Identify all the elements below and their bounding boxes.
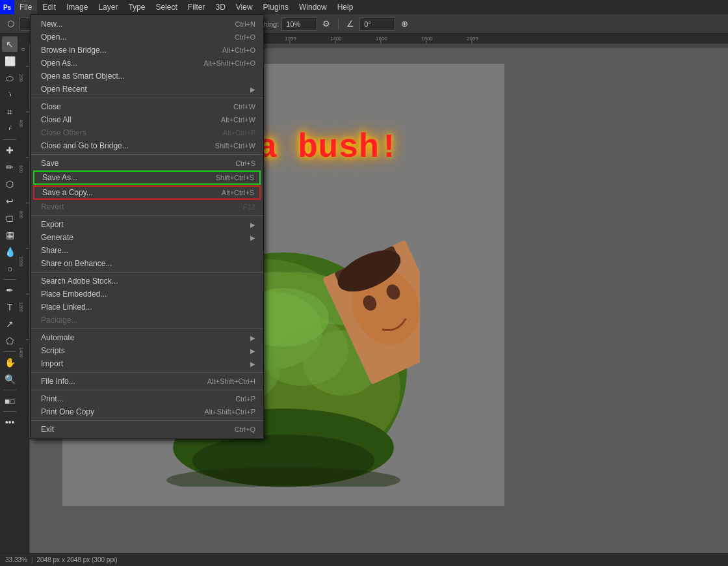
tool-healing[interactable]: ✚ [2,142,18,158]
svg-text:1000: 1000 [20,256,23,267]
angle-value[interactable]: 0° [359,18,395,31]
menu-item-close[interactable]: Close Ctrl+W [31,100,263,113]
menu-item-place-linked[interactable]: Place Linked... [31,301,263,314]
menu-sep-8 [31,420,263,421]
tool-foreground-bg[interactable]: ◼◻ [2,393,18,409]
zoom-level: 33.33% [5,556,27,563]
svg-text:1400: 1400 [20,347,23,358]
menu-item-open[interactable]: Open... Ctrl+O [31,31,263,44]
tool-history-brush[interactable]: ↩ [2,193,18,209]
menu-sep-3 [31,215,263,216]
ruler-corner [20,34,30,44]
svg-text:1400: 1400 [330,36,342,42]
tool-more[interactable]: ••• [2,414,18,430]
menu-sep-2 [31,154,263,155]
smoothing-settings-icon[interactable]: ⚙ [320,18,333,31]
svg-text:400: 400 [20,120,23,128]
menu-view[interactable]: View [231,0,258,14]
menu-item-generate[interactable]: Generate [31,231,263,244]
doc-info: 2048 px x 2048 px (300 ppi) [37,556,118,563]
tool-path-selection[interactable]: ↗ [2,316,18,332]
svg-text:2000: 2000 [467,36,478,42]
svg-text:200: 200 [20,74,23,82]
menu-item-browse-bridge[interactable]: Browse in Bridge... Alt+Ctrl+O [31,44,263,57]
menu-plugins[interactable]: Plugins [258,0,294,14]
tool-move[interactable]: ↖ [2,36,18,52]
menu-item-save[interactable]: Save Ctrl+S [31,157,263,170]
menu-item-open-recent[interactable]: Open Recent [31,83,263,96]
svg-text:800: 800 [20,211,23,219]
tool-crop[interactable]: ⌗ [2,104,18,120]
menu-type[interactable]: Type [123,0,150,14]
tool-blur[interactable]: 💧 [2,244,18,260]
tool-brush[interactable]: ✏ [2,159,18,175]
ps-logo: Ps [0,0,14,14]
menu-item-automate[interactable]: Automate [31,331,263,344]
menu-item-exit[interactable]: Exit Ctrl+Q [31,423,263,436]
status-bar: 33.33% | 2048 px x 2048 px (300 ppi) [0,553,728,566]
menu-item-place-embedded[interactable]: Place Embedded... [31,288,263,301]
pressure-size-icon[interactable]: ⊕ [398,18,411,31]
menu-bar: Ps File Edit Image Layer Type Select Fil… [0,0,728,14]
menu-sep-6 [31,372,263,373]
menu-item-close-all[interactable]: Close All Alt+Ctrl+W [31,113,263,126]
smoothing-value[interactable]: 10% [281,18,317,31]
svg-text:0: 0 [20,47,26,51]
tool-hand[interactable]: ✋ [2,355,18,370]
menu-edit[interactable]: Edit [37,0,61,14]
menu-3d[interactable]: 3D [210,0,230,14]
menu-item-open-smart-object[interactable]: Open as Smart Object... [31,70,263,83]
tool-pen[interactable]: ✒ [2,282,18,298]
menu-help[interactable]: Help [332,0,359,14]
ruler-vertical: 0 200 400 600 800 1000 1200 1400 [20,34,30,553]
menu-select[interactable]: Select [150,0,182,14]
menu-sep-7 [31,390,263,390]
menu-item-open-as[interactable]: Open As... Alt+Shift+Ctrl+O [31,57,263,70]
tool-quick-select[interactable]: ⸃ [2,87,18,103]
menu-sep-5 [31,329,263,329]
brush-options-icon[interactable]: ⬡ [4,18,17,31]
tool-lasso[interactable]: ⬭ [2,70,18,86]
tool-zoom[interactable]: 🔍 [2,371,18,387]
menu-item-export[interactable]: Export [31,218,263,231]
menu-file[interactable]: File [14,0,37,14]
menu-item-file-info[interactable]: File Info... Alt+Shift+Ctrl+I [31,375,263,388]
svg-text:1800: 1800 [421,36,433,42]
angle-icon[interactable]: ∠ [344,18,357,31]
tool-eyedropper[interactable]: ⸄ [2,121,18,137]
menu-image[interactable]: Image [61,0,93,14]
menu-item-close-others: Close Others Alt+Ctrl+P [31,126,263,139]
menu-item-import[interactable]: Import [31,357,263,370]
menu-layer[interactable]: Layer [93,0,123,14]
menu-item-search-stock[interactable]: Search Adobe Stock... [31,275,263,288]
menu-item-package: Package... [31,314,263,327]
menu-item-revert: Revert F12 [31,200,263,213]
menu-sep-4 [31,272,263,273]
menu-item-share-behance[interactable]: Share on Behance... [31,257,263,270]
menu-item-close-bridge[interactable]: Close and Go to Bridge... Shift+Ctrl+W [31,139,263,152]
tool-selection[interactable]: ⬜ [2,53,18,69]
svg-text:1200: 1200 [285,36,296,42]
menu-item-print[interactable]: Print... Ctrl+P [31,392,263,405]
menu-item-print-one-copy[interactable]: Print One Copy Alt+Shift+Ctrl+P [31,405,263,418]
tool-text[interactable]: T [2,299,18,315]
tool-eraser[interactable]: ◻ [2,210,18,226]
menu-item-save-copy[interactable]: Save a Copy... Alt+Ctrl+S [33,185,261,200]
tool-gradient[interactable]: ▦ [2,227,18,243]
svg-text:600: 600 [20,165,23,173]
svg-text:1200: 1200 [20,302,23,312]
file-dropdown-menu: New... Ctrl+N Open... Ctrl+O Browse in B… [30,14,264,439]
tool-clone-stamp[interactable]: ⬡ [2,176,18,192]
menu-item-save-as[interactable]: Save As... Shift+Ctrl+S [33,170,261,185]
menu-sep-1 [31,98,263,98]
menu-item-new[interactable]: New... Ctrl+N [31,18,263,31]
tool-shape[interactable]: ⬠ [2,333,18,349]
menu-item-share[interactable]: Share... [31,244,263,257]
tool-dodge[interactable]: ○ [2,261,18,276]
toolbar-left: ↖ ⬜ ⬭ ⸃ ⌗ ⸄ ✚ ✏ ⬡ ↩ ◻ ▦ 💧 ○ ✒ T ↗ ⬠ ✋ 🔍 … [0,34,20,553]
menu-window[interactable]: Window [294,0,332,14]
svg-text:1600: 1600 [376,36,387,42]
menu-filter[interactable]: Filter [183,0,211,14]
menu-item-scripts[interactable]: Scripts [31,344,263,357]
